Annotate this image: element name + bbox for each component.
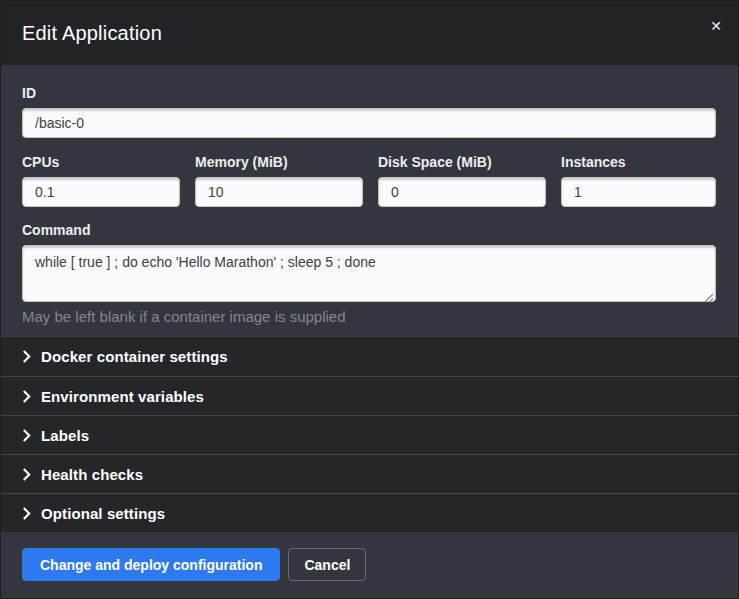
disk-space-label: Disk Space (MiB) [378, 154, 546, 170]
close-icon: ✕ [710, 18, 722, 34]
memory-field-group: Memory (MiB) [195, 154, 363, 207]
section-labels[interactable]: Labels [1, 415, 738, 454]
modal-header: Edit Application ✕ [1, 1, 738, 65]
modal-footer: Change and deploy configuration Cancel [1, 532, 738, 598]
memory-input[interactable] [195, 177, 363, 207]
disk-space-input[interactable] [378, 177, 546, 207]
command-textarea[interactable]: while [ true ] ; do echo 'Hello Marathon… [22, 245, 716, 302]
section-environment-variables[interactable]: Environment variables [1, 376, 738, 415]
instances-input[interactable] [561, 177, 716, 207]
chevron-right-icon [22, 390, 31, 403]
command-field-group: Command while [ true ] ; do echo 'Hello … [22, 222, 716, 325]
chevron-right-icon [22, 468, 31, 481]
change-and-deploy-button[interactable]: Change and deploy configuration [22, 548, 280, 581]
cpus-field-group: CPUs [22, 154, 180, 207]
chevron-right-icon [22, 350, 31, 363]
memory-label: Memory (MiB) [195, 154, 363, 170]
section-label: Environment variables [41, 388, 204, 405]
section-label: Docker container settings [41, 348, 228, 365]
form-body: ID CPUs Memory (MiB) Disk Space (MiB) In… [1, 65, 738, 336]
resize-handle-icon[interactable] [704, 289, 714, 299]
collapsible-sections: Docker container settings Environment va… [1, 336, 738, 532]
instances-label: Instances [561, 154, 716, 170]
chevron-right-icon [22, 507, 31, 520]
instances-field-group: Instances [561, 154, 716, 207]
modal-title: Edit Application [22, 22, 162, 45]
section-health-checks[interactable]: Health checks [1, 454, 738, 493]
id-input[interactable] [22, 108, 716, 138]
disk-space-field-group: Disk Space (MiB) [378, 154, 546, 207]
command-help-text: May be left blank if a container image i… [22, 308, 716, 325]
cpus-label: CPUs [22, 154, 180, 170]
section-label: Health checks [41, 466, 143, 483]
section-label: Labels [41, 427, 89, 444]
id-field-group: ID [22, 85, 716, 138]
section-label: Optional settings [41, 505, 165, 522]
resources-row: CPUs Memory (MiB) Disk Space (MiB) Insta… [22, 154, 716, 207]
cpus-input[interactable] [22, 177, 180, 207]
chevron-right-icon [22, 429, 31, 442]
command-label: Command [22, 222, 716, 238]
cancel-button[interactable]: Cancel [288, 548, 366, 581]
section-docker-container-settings[interactable]: Docker container settings [1, 337, 738, 376]
close-button[interactable]: ✕ [704, 15, 728, 37]
section-optional-settings[interactable]: Optional settings [1, 493, 738, 532]
edit-application-modal: Edit Application ✕ ID CPUs Memory (MiB) … [0, 0, 739, 599]
id-label: ID [22, 85, 716, 101]
command-textarea-wrap: while [ true ] ; do echo 'Hello Marathon… [22, 245, 716, 302]
